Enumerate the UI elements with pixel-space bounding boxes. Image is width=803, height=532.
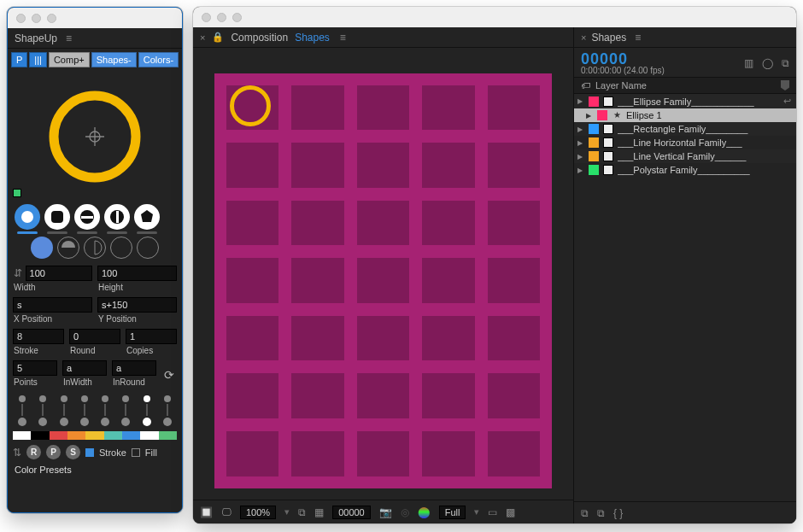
- chip-bars[interactable]: |||: [29, 52, 47, 67]
- palette-swatch[interactable]: [140, 431, 158, 440]
- snapshot-icon[interactable]: 📷: [379, 506, 392, 518]
- titlebar[interactable]: [8, 8, 182, 28]
- timeline-tab-label[interactable]: Shapes: [591, 32, 626, 44]
- layer-row[interactable]: ▶___Ellipse Family____________↩: [574, 94, 796, 108]
- slider-2[interactable]: [37, 395, 49, 426]
- palette-swatch[interactable]: [159, 431, 177, 440]
- chip-colors[interactable]: Colors-: [138, 52, 179, 67]
- close-dot[interactable]: [16, 14, 26, 23]
- lock-icon[interactable]: 🔒: [212, 32, 224, 43]
- solo-chip[interactable]: [603, 96, 613, 107]
- palette-swatch[interactable]: [122, 431, 140, 440]
- solo-chip[interactable]: [603, 137, 613, 148]
- zoom-select[interactable]: 100%: [240, 506, 276, 519]
- zoom-dot[interactable]: [232, 13, 242, 22]
- shape-ellipse[interactable]: [15, 204, 40, 230]
- marker-icon[interactable]: [781, 80, 789, 91]
- close-tab-icon[interactable]: ×: [581, 32, 586, 43]
- ellipse-shape[interactable]: [230, 85, 271, 126]
- label-color[interactable]: [589, 96, 599, 107]
- min-dot[interactable]: [32, 14, 41, 23]
- solo-chip[interactable]: [603, 151, 613, 161]
- close-tab-icon[interactable]: ×: [200, 32, 205, 43]
- layer-row[interactable]: ▶___Line Horizontal Family___: [574, 136, 796, 149]
- panel-menu-icon[interactable]: ≡: [66, 32, 72, 44]
- timecode-field[interactable]: 00000: [332, 506, 371, 519]
- close-dot[interactable]: [202, 13, 211, 22]
- slider-8[interactable]: [161, 395, 173, 426]
- chip-comp[interactable]: Comp+: [49, 52, 90, 67]
- shape-line-horizontal[interactable]: [74, 204, 100, 230]
- min-dot[interactable]: [217, 13, 226, 22]
- swap-icon[interactable]: ⇅: [13, 447, 21, 459]
- inwidth-input[interactable]: [62, 360, 107, 376]
- panel-menu-icon[interactable]: ≡: [340, 32, 346, 44]
- copies-input[interactable]: [126, 329, 177, 344]
- layout-icon[interactable]: ⧉: [298, 506, 306, 518]
- fill-swatch[interactable]: [13, 189, 21, 197]
- brace-icon[interactable]: { }: [613, 507, 623, 519]
- timecode[interactable]: 00000: [581, 51, 665, 67]
- shy-toggle-icon[interactable]: ⧉: [782, 57, 789, 69]
- variant-1[interactable]: [31, 237, 53, 259]
- show-snapshot-icon[interactable]: ◎: [401, 506, 409, 518]
- variant-4[interactable]: [110, 237, 132, 259]
- shape-polystar[interactable]: [134, 204, 160, 230]
- xpos-input[interactable]: [13, 297, 92, 313]
- twirl-icon[interactable]: ▶: [577, 97, 584, 105]
- slider-3[interactable]: [58, 395, 70, 426]
- twirl-icon[interactable]: ▶: [577, 139, 584, 147]
- inround-input[interactable]: [112, 360, 156, 376]
- chip-shapes[interactable]: Shapes-: [91, 52, 137, 67]
- palette-swatch[interactable]: [50, 431, 67, 440]
- chip-p[interactable]: P: [11, 52, 27, 67]
- slider-5[interactable]: [99, 395, 111, 426]
- variant-5[interactable]: [137, 237, 159, 259]
- viewer[interactable]: [193, 48, 573, 500]
- slider-1[interactable]: [16, 395, 28, 426]
- palette-swatch[interactable]: [67, 431, 85, 440]
- label-color[interactable]: [589, 124, 599, 134]
- palette-swatch[interactable]: [104, 431, 122, 440]
- solo-chip[interactable]: [603, 165, 613, 175]
- palette-swatch[interactable]: [85, 431, 103, 440]
- ypos-input[interactable]: [97, 297, 177, 313]
- layer-row[interactable]: ▶___Rectangle Family________: [574, 122, 796, 136]
- label-column-icon[interactable]: 🏷: [581, 80, 590, 91]
- grid-icon[interactable]: ▦: [314, 506, 324, 518]
- refresh-icon[interactable]: ⟳: [161, 360, 177, 387]
- slider-7[interactable]: [141, 395, 153, 426]
- stroke-checkbox[interactable]: [85, 448, 94, 457]
- label-color[interactable]: [597, 110, 607, 120]
- panel-menu-icon[interactable]: ≡: [635, 32, 641, 44]
- resolution-select[interactable]: Full: [439, 506, 466, 519]
- toggle-switches-icon[interactable]: ⧉: [581, 507, 589, 519]
- shape-rounded-rect[interactable]: [44, 204, 70, 230]
- points-input[interactable]: [13, 360, 57, 376]
- twirl-icon[interactable]: ▶: [577, 126, 584, 133]
- twirl-icon[interactable]: ▶: [577, 167, 584, 174]
- stroke-input[interactable]: [13, 329, 64, 344]
- btn-p[interactable]: P: [46, 445, 61, 459]
- variant-2[interactable]: [57, 237, 79, 259]
- label-color[interactable]: [589, 165, 599, 175]
- shy-icon[interactable]: ↩: [783, 96, 791, 107]
- zoom-dot[interactable]: [47, 14, 56, 23]
- label-color[interactable]: [589, 137, 599, 148]
- layer-row[interactable]: ▶___Line Vertical Family______: [574, 149, 796, 163]
- draft3d-icon[interactable]: ◯: [762, 57, 773, 69]
- fill-checkbox[interactable]: [132, 448, 140, 457]
- twirl-icon[interactable]: ▶: [577, 153, 584, 161]
- btn-s[interactable]: S: [66, 445, 80, 459]
- transparency-icon[interactable]: ▩: [506, 506, 515, 518]
- layer-row[interactable]: ▶___Polystar Family__________: [574, 163, 796, 177]
- label-color[interactable]: [589, 151, 599, 161]
- titlebar-main[interactable]: [193, 7, 796, 27]
- shape-line-vertical[interactable]: [104, 204, 130, 230]
- roi-icon[interactable]: ▭: [488, 506, 497, 518]
- monitor-icon[interactable]: 🖵: [221, 506, 232, 518]
- link-size-icon[interactable]: ⇵: [13, 267, 23, 279]
- color-strip[interactable]: [13, 431, 177, 440]
- round-input[interactable]: [69, 329, 120, 344]
- btn-r[interactable]: R: [26, 445, 41, 459]
